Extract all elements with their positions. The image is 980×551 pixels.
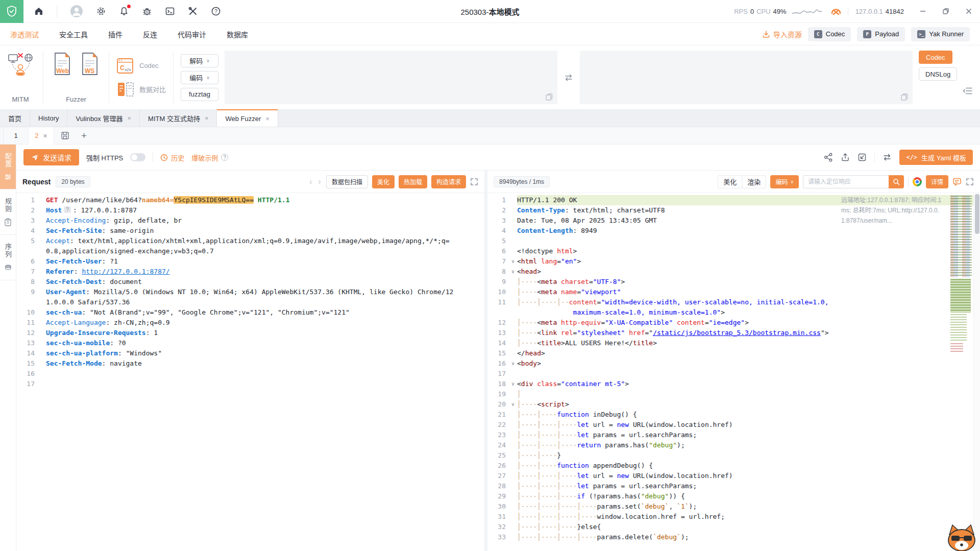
copy-icon[interactable] <box>545 93 553 101</box>
history-link[interactable]: 历史 <box>160 153 184 162</box>
tab-history[interactable]: History <box>30 109 67 127</box>
line-content: User-Agent: Mozilla/5.0 (Windows NT 10.0… <box>46 287 484 307</box>
codec-tool[interactable]: C </> Codec <box>116 58 166 74</box>
beautify-response-button[interactable]: 美化 <box>718 175 742 188</box>
next-page-icon[interactable]: › <box>317 177 322 186</box>
response-search-input[interactable] <box>803 175 889 188</box>
fuzztag-button[interactable]: fuzztag <box>181 88 218 101</box>
data-compare-tool[interactable]: 数据对比 <box>116 81 166 98</box>
shield-check-icon <box>6 5 18 17</box>
fuzzer-subtab-1[interactable]: 1 <box>3 127 29 145</box>
blast-example-link[interactable]: 爆破示例 ? <box>191 153 228 162</box>
codec-output-area[interactable] <box>580 51 913 104</box>
response-size-badge: 8949bytes / 1ms <box>494 176 550 187</box>
codec-shortcut-button[interactable]: C Codec <box>808 27 851 41</box>
save-subtab-icon[interactable] <box>54 131 76 140</box>
menu-reverse[interactable]: 反连 <box>143 29 157 39</box>
collapse-panel-icon[interactable] <box>963 86 973 95</box>
tab-web-fuzzer[interactable]: Web Fuzzer× <box>217 109 278 127</box>
side-tab-config[interactable]: 配置 <box>0 145 16 189</box>
line-number: 14 <box>16 348 38 358</box>
render-response-button[interactable]: 渲染 <box>742 175 766 188</box>
copy-icon[interactable] <box>900 93 909 101</box>
notifications-bell-icon[interactable] <box>119 6 129 16</box>
yak-runner-shortcut-button[interactable]: >_ Yak Runner <box>911 27 970 41</box>
fullscreen-icon[interactable] <box>470 178 478 186</box>
force-https-toggle[interactable] <box>130 153 145 161</box>
decode-dropdown[interactable]: 解码∨ <box>181 54 218 67</box>
side-tab-rules[interactable]: 规则 <box>0 189 16 235</box>
response-editor[interactable]: 1HTTP/1.1 200 OK2Content-Type: text/html… <box>487 193 980 551</box>
annotation-icon[interactable] <box>952 177 962 186</box>
terminal-icon[interactable] <box>165 6 175 16</box>
tab-vulinbox[interactable]: Vulinbox 管理器× <box>67 109 140 127</box>
line-content: │····<meta http-equiv="X-UA-Compatible" … <box>517 318 980 328</box>
export-icon[interactable] <box>841 153 850 162</box>
encode-response-dropdown[interactable]: 编码∨ <box>770 175 799 188</box>
tab-mitm[interactable]: MITM 交互式劫持× <box>140 109 217 127</box>
encode-dropdown[interactable]: 编码∨ <box>181 71 218 84</box>
bug-icon[interactable] <box>142 6 152 16</box>
menu-database[interactable]: 数据库 <box>227 29 248 39</box>
yak-logo-icon[interactable] <box>829 5 843 18</box>
svg-text:WS: WS <box>85 67 94 75</box>
beautify-request-button[interactable]: 美化 <box>372 175 395 188</box>
yak-runner-icon: >_ <box>917 30 925 38</box>
payload-shortcut-button[interactable]: P Payload <box>857 27 905 41</box>
packet-scan-button[interactable]: 数据包扫描 <box>326 175 368 188</box>
minimize-button[interactable] <box>911 0 934 23</box>
generate-yaml-button[interactable]: </> 生成 Yaml 模板 <box>899 150 973 165</box>
tab-home[interactable]: 首页 <box>0 109 30 127</box>
dnslog-button[interactable]: DNSLog <box>919 67 957 81</box>
menu-plugins[interactable]: 插件 <box>108 29 122 39</box>
share-icon[interactable] <box>824 153 833 162</box>
fuzzer-tool[interactable]: Web WS Fuzzer <box>51 51 102 104</box>
clipboard-icon <box>4 218 12 226</box>
search-button[interactable] <box>889 175 904 188</box>
fullscreen-icon[interactable] <box>966 178 974 186</box>
send-request-button[interactable]: 发送请求 <box>23 149 79 165</box>
swap-panels-icon[interactable] <box>883 153 892 162</box>
line-number: 29 <box>487 491 509 501</box>
response-scrollbar[interactable] <box>973 193 980 551</box>
side-tab-sequence[interactable]: 序列 <box>0 235 16 280</box>
close-icon[interactable]: × <box>205 114 209 122</box>
maximize-button[interactable] <box>934 0 957 23</box>
hot-reload-button[interactable]: 热加载 <box>399 175 427 188</box>
fold-chevron-icon[interactable]: ∨ <box>509 399 517 410</box>
codec-run-button[interactable]: Codec <box>919 51 952 64</box>
minimap[interactable] <box>949 194 973 551</box>
close-icon[interactable]: × <box>265 115 270 123</box>
line-number: 5 <box>487 236 509 246</box>
request-line: 5Accept: text/html,application/xhtml+xml… <box>16 236 484 256</box>
home-icon[interactable] <box>34 6 44 16</box>
scrollbar-thumb[interactable] <box>975 194 979 234</box>
help-icon[interactable]: ? <box>211 6 221 16</box>
tools-icon[interactable] <box>188 6 198 16</box>
fold-chevron-icon[interactable]: ∨ <box>509 256 517 267</box>
request-editor[interactable]: 1GET /user/name/like/b64?nameb64=YScpIE9… <box>16 193 484 551</box>
import-resource-link[interactable]: 导入资源 <box>762 29 802 39</box>
mitm-tool[interactable]: MITM <box>5 51 36 104</box>
fold-chevron-icon[interactable]: ∨ <box>509 358 517 369</box>
close-button[interactable] <box>957 0 980 23</box>
prev-page-icon[interactable]: ‹ <box>308 177 313 186</box>
swap-io-icon[interactable] <box>564 73 574 83</box>
fold-chevron-icon[interactable]: ∨ <box>509 379 517 389</box>
import-packet-icon[interactable] <box>857 153 867 162</box>
fuzzer-subtab-2[interactable]: 2× <box>29 127 54 145</box>
construct-request-button[interactable]: 构造请求 <box>431 175 466 188</box>
user-avatar[interactable] <box>70 5 83 18</box>
open-in-chrome-icon[interactable] <box>913 177 922 186</box>
close-icon[interactable]: × <box>43 132 47 140</box>
codec-input-area[interactable] <box>225 51 557 104</box>
menu-pentest[interactable]: 渗透测试 <box>10 29 39 39</box>
response-detail-button[interactable]: 详情 <box>926 175 948 188</box>
add-subtab-button[interactable]: + <box>76 130 92 141</box>
fold-chevron-icon[interactable]: ∨ <box>509 267 517 277</box>
menu-security-tools[interactable]: 安全工具 <box>59 29 88 39</box>
menu-code-audit[interactable]: 代码审计 <box>178 29 206 39</box>
settings-gear-icon[interactable] <box>96 6 106 16</box>
close-icon[interactable]: × <box>127 114 131 122</box>
response-line: 18∨<div class="container mt-5"> <box>487 379 980 389</box>
